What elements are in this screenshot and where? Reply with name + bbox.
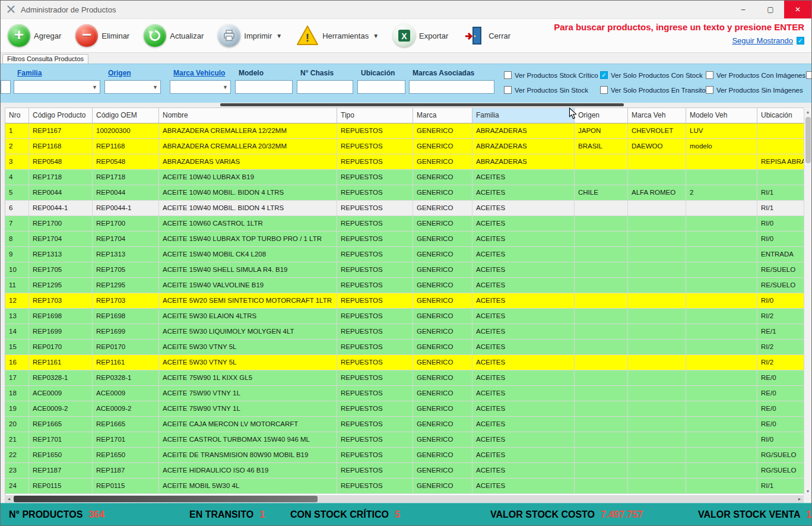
cell: ACEITES xyxy=(472,479,575,494)
table-row[interactable]: 14REP1699REP1699ACEITE 5W30 LIQUIMOLY MO… xyxy=(5,324,804,340)
checkbox-ver-solo-productos-en-transito[interactable]: Ver Solo Productos En Transito xyxy=(600,86,706,94)
scroll-left-icon[interactable]: ◄ xyxy=(5,495,13,503)
cell xyxy=(686,401,757,417)
column-header-nombre[interactable]: Nombre xyxy=(159,108,337,123)
cell: ACEITES xyxy=(472,355,575,370)
toolbar-button-label: Cerrar xyxy=(489,31,510,40)
table-row[interactable]: 2REP1168REP1168ABRAZADERA CREMALLERA 20/… xyxy=(5,139,804,154)
table-row[interactable]: 6REP0044-1REP0044-1ACEITE 10W40 MOBIL. B… xyxy=(5,201,804,216)
column-header-modelo-veh[interactable]: Modelo Veh xyxy=(686,108,757,123)
column-header-tipo[interactable]: Tipo xyxy=(337,108,413,123)
table-row[interactable]: 21REP1701REP1701ACEITE CASTROL TURBOMAX … xyxy=(5,432,804,448)
tab-filtros-consulta-productos[interactable]: Filtros Consulta Productos xyxy=(2,54,88,64)
table-row[interactable]: 5REP0044REP0044ACEITE 10W40 MOBIL. BIDON… xyxy=(5,185,804,201)
table-row[interactable]: 18ACE0009ACE0009ACEITE 75W90 VTNY 1LREPU… xyxy=(5,386,804,401)
column-header-ubicacion[interactable]: Ubicación xyxy=(757,108,804,123)
table-row[interactable]: 7REP1700REP1700ACEITE 10W60 CASTROL 1LTR… xyxy=(5,216,804,232)
filter-input-left-edge[interactable] xyxy=(1,80,11,94)
cell: REP1187 xyxy=(29,463,93,479)
close-button[interactable]: ✕ xyxy=(784,1,811,18)
table-row[interactable]: 22REP1650REP1650ACEITE DE TRANSMISION 80… xyxy=(5,448,804,463)
checkbox-ver-productos-sin-stock[interactable]: Ver Productos Sin Stock xyxy=(504,86,588,94)
cell: ACE0009-2 xyxy=(93,401,159,417)
scroll-up-icon[interactable]: ▲ xyxy=(804,107,812,116)
table-row[interactable]: 11REP1295REP1295ACEITE 15W40 VALVOLINE B… xyxy=(5,278,804,293)
cell: ACEITE 15W40 VALVOLINE B19 xyxy=(159,278,337,293)
table-row[interactable]: 15REP0170REP0170ACEITE 5W30 VTNY 5LREPUE… xyxy=(5,340,804,355)
column-header-marca[interactable]: Marca xyxy=(413,108,472,123)
table-row[interactable]: 10REP1705REP1705ACEITE 15W40 SHELL SIMUL… xyxy=(5,262,804,278)
scroll-right-icon[interactable]: ► xyxy=(795,495,804,503)
vertical-scrollbar-thumb[interactable] xyxy=(805,117,811,163)
cell: 10 xyxy=(5,262,29,278)
filter-label-origen[interactable]: Origen xyxy=(108,69,131,77)
table-row[interactable]: 23REP1187REP1187ACEITE HIDRAULICO ISO 46… xyxy=(5,463,804,479)
filter-input-modelo[interactable] xyxy=(235,80,293,94)
toolbar-button-eliminar[interactable]: −Eliminar xyxy=(73,23,132,48)
checkbox-ver-productos-stock-critico[interactable]: Ver Productos Stock Crítico xyxy=(504,71,598,79)
table-row[interactable]: 1REP1167100200300ABRAZADERA CREMALLERA 1… xyxy=(5,123,804,139)
toolbar-button-exportar[interactable]: XExportar xyxy=(391,23,451,48)
cell: REP1187 xyxy=(93,463,159,479)
seguir-mostrando-link[interactable]: Seguir Mostrando xyxy=(732,36,793,45)
toolbar: +Agregar−EliminarActualizarImprimir▼!Her… xyxy=(1,18,811,53)
minimize-button[interactable]: – xyxy=(729,1,757,18)
table-row[interactable]: 3REP0548REP0548ABRAZADERAS VARIASREPUEST… xyxy=(5,154,804,170)
table-row[interactable]: 17REP0328-1REP0328-1ACEITE 75W90 1L KIXX… xyxy=(5,370,804,386)
cell: REP1295 xyxy=(29,278,93,293)
cell: 5 xyxy=(5,185,29,201)
table-row[interactable]: 13REP1698REP1698ACEITE 5W30 ELAION 4LTRS… xyxy=(5,309,804,324)
filter-select-origen[interactable]: ▼ xyxy=(104,80,161,94)
table-row[interactable]: 19ACE0009-2ACE0009-2ACEITE 75W90 VTNY 1L… xyxy=(5,401,804,417)
seguir-mostrando-checkbox[interactable]: ✓ xyxy=(797,37,804,45)
scroll-down-icon[interactable]: ▼ xyxy=(804,487,812,495)
maximize-button[interactable]: ▢ xyxy=(757,1,784,18)
checkbox-label: Ver Productos Sin Stock xyxy=(515,87,588,94)
cell xyxy=(628,262,686,278)
column-header-codigo-producto[interactable]: Código Producto xyxy=(29,108,93,123)
table-row[interactable]: 9REP1313REP1313ACEITE 15W40 MOBIL CK4 L2… xyxy=(5,247,804,262)
cell: REP1167 xyxy=(29,123,93,139)
table-row[interactable]: 4REP1718REP1718ACEITE 10W40 LUBRAX B19RE… xyxy=(5,170,804,185)
filter-input-n-chasis[interactable] xyxy=(297,80,353,94)
top-horizontal-scrollbar[interactable] xyxy=(1,103,811,107)
cell: REP1705 xyxy=(29,262,93,278)
table-row[interactable]: 12REP1703REP1703ACEITE 5W20 SEMI SINTETI… xyxy=(5,293,804,309)
toolbar-button-label: Eliminar xyxy=(102,31,129,40)
vertical-scrollbar[interactable]: ▲ ▼ xyxy=(804,107,811,495)
table-row[interactable]: 16REP1161REP1161ACEITE 5W30 VTNY 5LREPUE… xyxy=(5,355,804,370)
toolbar-button-herramientas[interactable]: !Herramientas▼ xyxy=(294,23,381,48)
checkbox-partial-right-edge[interactable] xyxy=(806,71,811,79)
table-row[interactable]: 24REP0115REP0115ACEITE MOBIL 5W30 4LREPU… xyxy=(5,479,804,494)
table-row[interactable]: 8REP1704REP1704ACEITE 15W40 LUBRAX TOP T… xyxy=(5,232,804,247)
filter-select-marca-vehiculo[interactable]: ▼ xyxy=(170,80,231,94)
table-row[interactable]: 20REP1665REP1665ACEITE CAJA MERCON LV MO… xyxy=(5,417,804,432)
cell: REP1703 xyxy=(29,293,93,309)
column-header-codigo-oem[interactable]: Código OEM xyxy=(93,108,159,123)
cell: REPUESTOS xyxy=(337,355,413,370)
toolbar-button-actualizar[interactable]: Actualizar xyxy=(141,23,206,48)
toolbar-button-agregar[interactable]: +Agregar xyxy=(5,23,64,48)
filter-input-marcas-asociadas[interactable] xyxy=(409,80,494,94)
checkbox-ver-solo-productos-con-stock[interactable]: ✓Ver Solo Productos Con Stock xyxy=(600,71,703,79)
checkbox-ver-productos-sin-imagenes[interactable]: Ver Productos Sin Imágenes xyxy=(706,86,803,94)
toolbar-button-imprimir[interactable]: Imprimir▼ xyxy=(215,23,284,48)
search-hint-text: Para buscar productos, ingrese un texto … xyxy=(554,22,804,32)
toolbar-search-area: Para buscar productos, ingrese un texto … xyxy=(554,22,804,45)
cell: ACEITE 15W40 LUBRAX TOP TURBO PRO / 1 LT… xyxy=(159,232,337,247)
toolbar-button-cerrar[interactable]: Cerrar xyxy=(460,23,513,48)
cell: REP0328-1 xyxy=(29,370,93,386)
horizontal-scrollbar[interactable]: ◄ ► xyxy=(5,495,804,503)
column-header-origen[interactable]: Origen xyxy=(575,108,628,123)
top-horizontal-scrollbar-thumb[interactable] xyxy=(220,103,624,106)
column-header-familia[interactable]: Familia xyxy=(472,108,575,123)
horizontal-scrollbar-thumb[interactable] xyxy=(14,496,318,502)
filter-label-familia[interactable]: Familia xyxy=(17,69,42,77)
filter-input-ubicacion[interactable] xyxy=(357,80,405,94)
checkbox-ver-productos-con-imagenes[interactable]: Ver Productos Con Imágenes xyxy=(706,71,805,79)
filter-label-marca-vehiculo[interactable]: Marca Vehiculo xyxy=(173,69,225,77)
filter-select-familia[interactable]: ▼ xyxy=(14,80,100,94)
column-header-nro[interactable]: Nro xyxy=(5,108,29,123)
cell: REPISA ABRAZADERAS xyxy=(757,154,804,170)
column-header-marca-veh[interactable]: Marca Veh xyxy=(628,108,686,123)
